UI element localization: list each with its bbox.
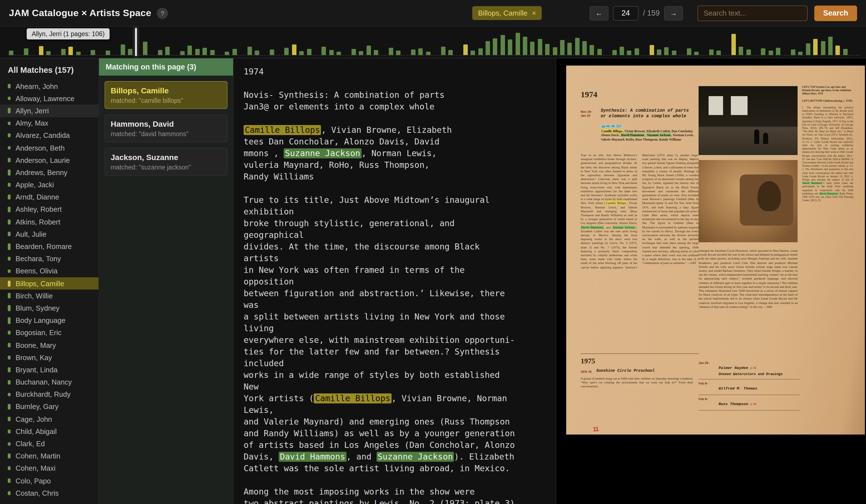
histogram-bar[interactable] xyxy=(336,52,341,55)
catalogue-page-scan[interactable]: 1974 Nov 19– Jan 10 Synthesis: A combina… xyxy=(566,66,865,435)
sidebar-item-body-language[interactable]: Body Language xyxy=(0,314,98,327)
histogram-bar[interactable] xyxy=(843,49,848,55)
histogram-bar[interactable] xyxy=(76,52,80,55)
histogram-bar[interactable] xyxy=(396,50,401,55)
histogram-bar[interactable] xyxy=(731,34,736,55)
histogram-bar[interactable] xyxy=(322,47,326,55)
sidebar-item-cohen-martin[interactable]: Cohen, Martin xyxy=(0,450,98,462)
histogram-bar[interactable] xyxy=(523,37,527,55)
histogram-bar[interactable] xyxy=(515,33,520,55)
sidebar-item-birch-willie[interactable]: Birch, Willie xyxy=(0,289,98,302)
histogram-bar[interactable] xyxy=(501,35,505,55)
histogram-bar[interactable] xyxy=(612,50,617,55)
histogram-bar[interactable] xyxy=(739,47,743,55)
histogram-bar[interactable] xyxy=(530,42,535,55)
histogram-bar[interactable] xyxy=(121,44,125,55)
sidebar-item-billops-camille[interactable]: Billops, Camille xyxy=(0,277,98,289)
prev-page-button[interactable]: ← xyxy=(590,6,609,20)
histogram-bar[interactable] xyxy=(560,40,565,55)
histogram-bar[interactable] xyxy=(359,51,364,55)
histogram-bar[interactable] xyxy=(188,46,192,55)
histogram-bar[interactable] xyxy=(195,49,200,55)
page-density-histogram[interactable]: Allyn, Jerri (1 pages: 106) xyxy=(0,27,866,58)
histogram-bar[interactable] xyxy=(292,44,297,55)
histogram-bar[interactable] xyxy=(38,46,43,55)
sidebar-item-clark-ed[interactable]: Clark, Ed xyxy=(0,438,98,450)
histogram-bar[interactable] xyxy=(537,39,542,55)
ocr-text-panel[interactable]: 1974 Novis- Synthesis: A combination of … xyxy=(234,58,556,504)
sidebar-item-arndt-dianne[interactable]: Arndt, Dianne xyxy=(0,191,98,203)
histogram-bar[interactable] xyxy=(46,51,51,55)
histogram-bar[interactable] xyxy=(91,50,96,55)
histogram-bar[interactable] xyxy=(828,37,833,55)
histogram-bar[interactable] xyxy=(664,47,669,55)
histogram-bar[interactable] xyxy=(575,38,579,55)
sidebar-item-alloway-lawrence[interactable]: Alloway, Lawrence xyxy=(0,92,98,104)
histogram-bar[interactable] xyxy=(761,48,766,55)
histogram-bar[interactable] xyxy=(143,42,147,55)
histogram-bar[interactable] xyxy=(709,49,713,55)
sidebar-item-blum-sydney[interactable]: Blum, Sydney xyxy=(0,302,98,314)
sidebar-item-bryant-linda[interactable]: Bryant, Linda xyxy=(0,364,98,376)
search-input[interactable] xyxy=(698,5,808,21)
sidebar-item-bechara-tony[interactable]: Bechara, Tony xyxy=(0,253,98,265)
histogram-bar[interactable] xyxy=(158,50,163,55)
histogram-bar[interactable] xyxy=(202,48,207,55)
sidebar-item-burckhardt-rudy[interactable]: Burckhardt, Rudy xyxy=(0,388,98,400)
histogram-bar[interactable] xyxy=(9,50,13,55)
histogram-bar[interactable] xyxy=(821,41,825,55)
search-button[interactable]: Search xyxy=(814,5,857,21)
histogram-bar[interactable] xyxy=(635,48,639,55)
histogram-bar[interactable] xyxy=(441,47,445,55)
all-matches-sidebar[interactable]: All Matches (157) Ahearn, JohnAlloway, L… xyxy=(0,58,99,504)
histogram-bar[interactable] xyxy=(61,49,65,55)
sidebar-item-alvarez-candida[interactable]: Alvarez, Candida xyxy=(0,129,98,142)
histogram-bar[interactable] xyxy=(232,49,237,55)
histogram-bar[interactable] xyxy=(813,39,818,55)
current-page-indicator[interactable] xyxy=(135,28,137,56)
sidebar-item-boone-mary[interactable]: Boone, Mary xyxy=(0,339,98,351)
histogram-bar[interactable] xyxy=(545,44,549,55)
histogram-bar[interactable] xyxy=(411,49,415,55)
histogram-bar[interactable] xyxy=(68,47,73,55)
histogram-bar[interactable] xyxy=(657,49,661,55)
histogram-bar[interactable] xyxy=(225,52,230,55)
histogram-bar[interactable] xyxy=(165,47,170,55)
histogram-bar[interactable] xyxy=(106,50,110,55)
histogram-bar[interactable] xyxy=(329,50,334,55)
sidebar-item-beens-olivia[interactable]: Beens, Olivia xyxy=(0,265,98,277)
histogram-bar[interactable] xyxy=(597,49,602,55)
histogram-bar[interactable] xyxy=(470,50,475,55)
sidebar-item-anderson-laurie[interactable]: Anderson, Laurie xyxy=(0,154,98,166)
page-match-card[interactable]: Jackson, Suzannematched: "suzanne jackso… xyxy=(104,148,227,175)
sidebar-item-ahearn-john[interactable]: Ahearn, John xyxy=(0,80,98,92)
page-number-input[interactable] xyxy=(613,6,639,20)
histogram-bar[interactable] xyxy=(582,41,587,55)
histogram-bar[interactable] xyxy=(299,51,304,55)
sidebar-item-brown-kay[interactable]: Brown, Kay xyxy=(0,351,98,364)
histogram-bar[interactable] xyxy=(128,49,133,55)
next-page-button[interactable]: → xyxy=(664,6,683,20)
histogram-bar[interactable] xyxy=(650,45,654,55)
histogram-bar[interactable] xyxy=(798,52,803,55)
histogram-bar[interactable] xyxy=(568,43,572,55)
histogram-bar[interactable] xyxy=(687,48,691,55)
histogram-bar[interactable] xyxy=(620,47,624,55)
histogram-bar[interactable] xyxy=(836,46,840,55)
sidebar-item-costan-chris[interactable]: Costan, Chris xyxy=(0,487,98,499)
histogram-bar[interactable] xyxy=(493,38,498,55)
sidebar-item-andrews-benny[interactable]: Andrews, Benny xyxy=(0,167,98,179)
histogram-bar[interactable] xyxy=(508,39,512,55)
sidebar-item-child-abigail[interactable]: Child, Abigail xyxy=(0,425,98,438)
histogram-bar[interactable] xyxy=(791,49,795,55)
histogram-bar[interactable] xyxy=(590,45,594,55)
sidebar-item-apple-jacki[interactable]: Apple, Jacki xyxy=(0,179,98,191)
histogram-bar[interactable] xyxy=(389,48,393,55)
histogram-bar[interactable] xyxy=(627,50,632,55)
histogram-bar[interactable] xyxy=(210,50,214,55)
histogram-bar[interactable] xyxy=(776,48,780,55)
sidebar-item-buchanan-nancy[interactable]: Buchanan, Nancy xyxy=(0,376,98,388)
histogram-bar[interactable] xyxy=(247,47,252,55)
chip-close-icon[interactable]: × xyxy=(532,9,536,17)
histogram-bar[interactable] xyxy=(374,50,378,55)
